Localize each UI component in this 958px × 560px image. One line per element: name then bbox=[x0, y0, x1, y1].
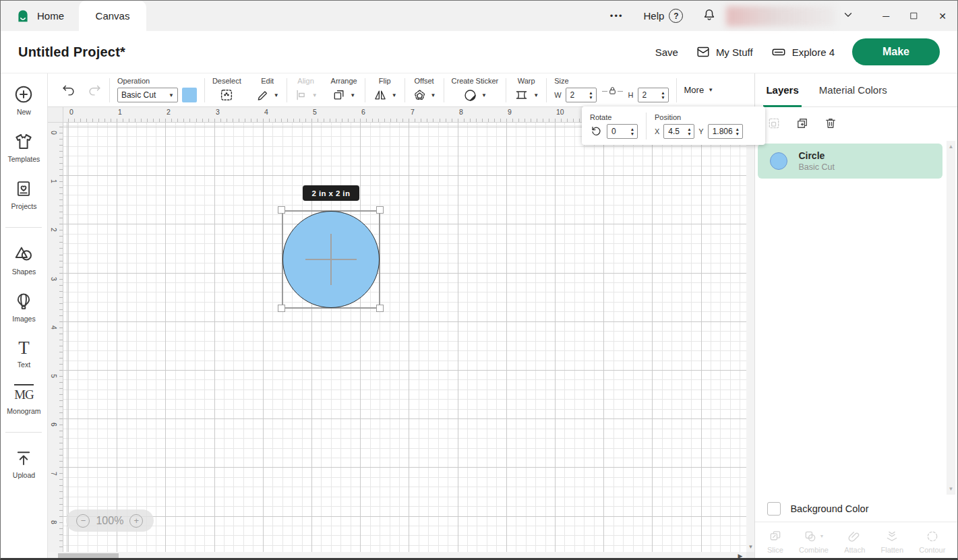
canvas-vertical-scrollbar[interactable]: ▲ ▼ bbox=[746, 107, 754, 552]
ruler-corner bbox=[48, 107, 63, 123]
slice-icon bbox=[769, 530, 782, 543]
group-button bbox=[767, 117, 781, 130]
layer-item-circle[interactable]: Circle Basic Cut bbox=[758, 144, 942, 179]
edit-button[interactable]: Edit ▼ bbox=[256, 77, 279, 103]
account-chevron-icon[interactable] bbox=[842, 9, 854, 24]
position-y-stepper[interactable]: ▲▼ bbox=[708, 124, 743, 139]
width-stepper[interactable]: ▲▼ bbox=[566, 88, 597, 102]
minimize-button[interactable]: ─ bbox=[882, 11, 889, 22]
tab-canvas[interactable]: Canvas bbox=[79, 1, 146, 31]
my-stuff-button[interactable]: My Stuff bbox=[696, 44, 753, 59]
height-stepper[interactable]: ▲▼ bbox=[638, 88, 669, 102]
x-label: X bbox=[655, 127, 659, 135]
overflow-menu-button[interactable]: ••• bbox=[610, 11, 624, 21]
layers-panel: Layers Material Colors Circle Basic Cut … bbox=[754, 73, 957, 560]
project-title: Untitled Project* bbox=[18, 44, 125, 60]
project-bar: Untitled Project* Save My Stuff Explore … bbox=[1, 31, 957, 73]
warp-button[interactable]: Warp ▼ bbox=[514, 77, 539, 103]
duplicate-button[interactable] bbox=[796, 117, 809, 130]
sidebar-item-monogram[interactable]: MG Monogram bbox=[7, 384, 40, 415]
delete-button[interactable] bbox=[824, 117, 837, 130]
height-label: H bbox=[628, 91, 634, 99]
sticker-icon bbox=[463, 88, 477, 102]
deselect-button[interactable]: Deselect bbox=[212, 77, 241, 103]
resize-handle-bottom-left[interactable] bbox=[278, 305, 285, 312]
tab-layers[interactable]: Layers bbox=[766, 73, 798, 106]
background-color-row: Background Color bbox=[755, 496, 957, 522]
offset-button[interactable]: Offset ▼ bbox=[413, 77, 436, 103]
aspect-lock-button[interactable] bbox=[602, 86, 623, 96]
sidebar-item-label: New bbox=[17, 108, 31, 116]
more-button[interactable]: More ▼ bbox=[684, 85, 714, 95]
account-name-redacted[interactable] bbox=[726, 6, 835, 26]
position-x-input[interactable] bbox=[664, 127, 684, 136]
arrange-button[interactable]: Arrange ▼ bbox=[331, 77, 357, 103]
maximize-button[interactable] bbox=[909, 11, 918, 20]
position-label: Position bbox=[655, 113, 743, 121]
tab-material-colors[interactable]: Material Colors bbox=[819, 73, 887, 106]
question-icon: ? bbox=[669, 9, 683, 23]
operation-dropdown[interactable]: Basic Cut ▼ bbox=[117, 88, 178, 102]
scroll-down-icon[interactable]: ▼ bbox=[947, 486, 955, 492]
close-button[interactable]: ✕ bbox=[938, 11, 947, 22]
resize-handle-top-right[interactable] bbox=[376, 206, 384, 214]
size-label: Size bbox=[554, 77, 568, 85]
flip-button[interactable]: Flip ▼ bbox=[373, 77, 397, 103]
background-color-checkbox[interactable] bbox=[767, 502, 781, 516]
help-button[interactable]: Help ? bbox=[643, 9, 683, 23]
scroll-right-icon[interactable]: ▶ bbox=[738, 553, 743, 559]
width-input[interactable] bbox=[566, 90, 587, 100]
scrollbar-thumb[interactable] bbox=[58, 553, 119, 559]
sidebar-item-templates[interactable]: Templates bbox=[8, 131, 40, 163]
width-label: W bbox=[554, 91, 561, 99]
rotate-input[interactable] bbox=[607, 127, 628, 136]
sidebar-item-shapes[interactable]: Shapes bbox=[12, 244, 36, 276]
create-sticker-button[interactable]: Create Sticker ▼ bbox=[452, 77, 499, 103]
tab-home-label: Home bbox=[37, 10, 64, 22]
canvas-horizontal-scrollbar[interactable]: ▶ bbox=[48, 552, 747, 560]
deselect-icon bbox=[219, 88, 234, 102]
resize-handle-bottom-right[interactable] bbox=[376, 305, 384, 312]
undo-button[interactable] bbox=[61, 83, 76, 98]
operation-value: Basic Cut bbox=[121, 90, 156, 100]
zoom-out-button[interactable]: − bbox=[76, 514, 90, 528]
sidebar-divider bbox=[5, 227, 42, 228]
balloon-icon bbox=[14, 291, 33, 311]
flatten-button: Flatten bbox=[880, 530, 903, 554]
sidebar-item-text[interactable]: T Text bbox=[18, 338, 30, 369]
dropdown-arrow-icon: ▼ bbox=[708, 87, 713, 93]
height-input[interactable] bbox=[638, 90, 659, 100]
color-swatch[interactable] bbox=[182, 88, 197, 102]
sidebar-item-projects[interactable]: Projects bbox=[11, 179, 36, 210]
stepper-arrows-icon[interactable]: ▲▼ bbox=[587, 90, 596, 100]
rotate-icon[interactable] bbox=[590, 125, 603, 137]
resize-handle-top-left[interactable] bbox=[278, 206, 285, 214]
bell-icon bbox=[702, 7, 717, 22]
scroll-up-icon[interactable]: ▲ bbox=[947, 144, 955, 150]
sidebar-item-label: Upload bbox=[13, 471, 35, 479]
scroll-down-icon[interactable]: ▼ bbox=[746, 544, 754, 550]
layers-list: Circle Basic Cut ▲ ▼ bbox=[755, 139, 957, 496]
redo-button[interactable] bbox=[87, 83, 102, 98]
save-button[interactable]: Save bbox=[655, 46, 678, 58]
canvas-area: 0 1 2 3 4 5 6 7 8 9 10 0 1 2 3 4 bbox=[48, 107, 755, 560]
design-canvas[interactable]: 2 in x 2 in − 100% + bbox=[63, 123, 747, 552]
sidebar-item-label: Images bbox=[12, 315, 35, 323]
layer-color-swatch[interactable] bbox=[770, 152, 787, 170]
sidebar-item-new[interactable]: New bbox=[13, 84, 34, 116]
make-button[interactable]: Make bbox=[852, 38, 940, 65]
size-tooltip: 2 in x 2 in bbox=[303, 185, 359, 201]
layers-scrollbar[interactable]: ▲ ▼ bbox=[947, 141, 955, 495]
position-y-input[interactable] bbox=[709, 127, 733, 136]
zoom-in-button[interactable]: + bbox=[129, 514, 143, 528]
align-button: Align ▼ bbox=[295, 77, 318, 103]
sidebar-item-images[interactable]: Images bbox=[12, 291, 35, 323]
sidebar-item-upload[interactable]: Upload bbox=[13, 449, 35, 479]
stepper-arrows-icon[interactable]: ▲▼ bbox=[659, 90, 668, 100]
app-window: Home Canvas ••• Help ? ─ ✕ bbox=[0, 0, 958, 560]
tab-home[interactable]: Home bbox=[1, 1, 79, 31]
rotate-stepper[interactable]: ▲▼ bbox=[607, 124, 638, 139]
position-x-stepper[interactable]: ▲▼ bbox=[663, 124, 694, 139]
notifications-button[interactable] bbox=[702, 7, 717, 25]
machine-select-button[interactable]: Explore 4 bbox=[771, 44, 835, 59]
